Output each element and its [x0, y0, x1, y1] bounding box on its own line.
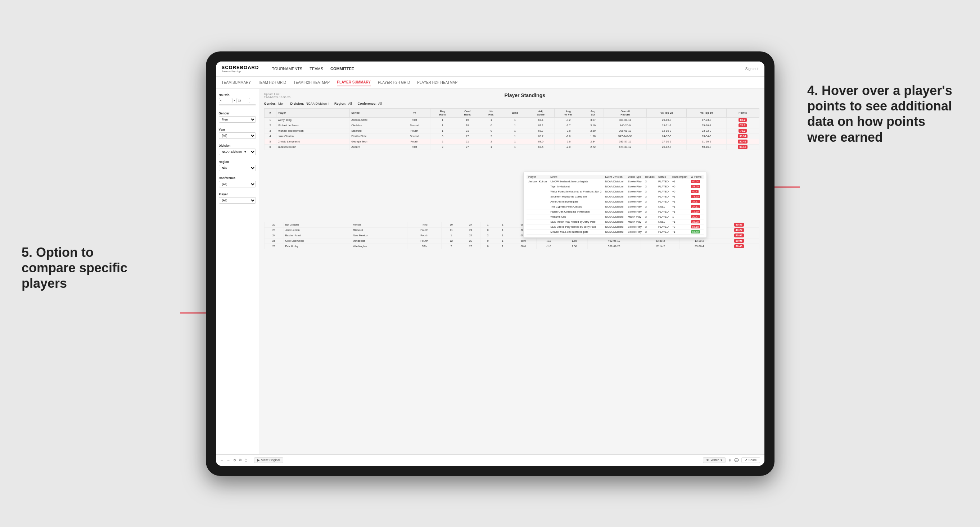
toolbar-clock[interactable]: ⏱	[244, 458, 248, 462]
logo-sub: Powered by clippi	[222, 70, 259, 73]
nav-bar: SCOREBOARD Powered by clippi TOURNAMENTS…	[216, 62, 764, 77]
no-rds-min-input[interactable]	[219, 98, 232, 103]
no-rds-label: No Rds.	[219, 93, 256, 97]
points-badge[interactable]: 38.94	[738, 134, 748, 138]
points-badge[interactable]: 88.2	[738, 118, 747, 122]
toolbar-comment[interactable]: 💬	[734, 458, 738, 462]
player-label: Player	[219, 192, 256, 196]
gender-label: Gender	[219, 111, 256, 115]
watch-button[interactable]: 👁 Watch ▾	[703, 457, 726, 463]
tooltip-table: Player Event Event Division Event Type R…	[527, 175, 703, 235]
region-select[interactable]: N/A	[219, 165, 256, 171]
filter-division: Division: NCAA Division I	[290, 102, 329, 105]
logo-area: SCOREBOARD Powered by clippi	[222, 65, 259, 73]
view-original-button[interactable]: ▶ View: Original	[254, 457, 283, 463]
tt-col-player: Player	[527, 175, 549, 179]
toolbar-forward[interactable]: →	[227, 458, 230, 462]
sign-out[interactable]: Sign out	[745, 67, 759, 71]
tooltip-row: Williams Cup NCAA Division I Match Play …	[527, 214, 703, 219]
tooltip-row: Mirabel Maui Jim Intercollegiate NCAA Di…	[527, 229, 703, 234]
subnav-player-h2h-grid[interactable]: PLAYER H2H GRID	[378, 79, 410, 86]
subnav-team-summary[interactable]: TEAM SUMMARY	[222, 79, 251, 86]
sidebar: No Rds. - Gender Men	[216, 89, 259, 454]
points-badge[interactable]: 40.27	[734, 228, 744, 232]
sidebar-player: Player (All)	[219, 192, 256, 203]
table-row: 4 Luke Clanton Florida State Second 5 27…	[264, 133, 759, 139]
tooltip-row: Tiger Invitational NCAA Division I Strok…	[527, 184, 703, 189]
tablet-screen: SCOREBOARD Powered by clippi TOURNAMENTS…	[216, 62, 764, 466]
col-avg-sg: AvgSG	[582, 108, 604, 117]
table-header-section: Update time: 27/01/2024 16:56:26 Player …	[264, 92, 759, 99]
sidebar-conference: Conference (All)	[219, 176, 256, 187]
tooltip-row: SEC Stroke Play hosted by Jerry Pate NCA…	[527, 224, 703, 229]
player-select[interactable]: (All)	[219, 197, 256, 203]
tooltip-row: Amer An Intercollegiate NCAA Division I …	[527, 199, 703, 204]
points-badge[interactable]: 38.49	[734, 244, 744, 248]
col-school: School	[350, 108, 399, 117]
nav-tournaments[interactable]: TOURNAMENTS	[272, 65, 302, 72]
table-row: 6 Jackson Koirun Auburn First 2 27 1 1 6…	[264, 144, 759, 150]
year-select[interactable]: (All)	[219, 132, 256, 139]
points-badge[interactable]: 70.2	[738, 129, 747, 133]
gender-select[interactable]: Men	[219, 116, 256, 123]
table-row: 25 Cole Sherwood Vanderbilt Fourth 12 23…	[264, 238, 759, 243]
conference-select[interactable]: (All)	[219, 181, 256, 187]
points-badge[interactable]: 76.3	[738, 124, 747, 127]
tt-col-status: Status	[657, 175, 670, 179]
tt-col-type: Event Type	[626, 175, 643, 179]
tablet-frame: SCOREBOARD Powered by clippi TOURNAMENTS…	[206, 51, 775, 476]
col-num: #	[264, 108, 276, 117]
tt-col-rounds: Rounds	[643, 175, 657, 179]
filter-conference: Conference: All	[358, 102, 382, 105]
tooltip-row: Jackson Koirun UNCW Seahawk Intercollegi…	[527, 179, 703, 184]
filter-row: Gender: Men Division: NCAA Division I Re…	[264, 102, 759, 105]
nav-committee[interactable]: COMMITTEE	[330, 65, 354, 72]
sidebar-gender: Gender Men	[219, 111, 256, 123]
col-avg-par: Avgto-Par	[554, 108, 582, 117]
toolbar-copy[interactable]: ⧉	[239, 458, 242, 462]
year-label: Year	[219, 128, 256, 131]
toolbar-download[interactable]: ⬇	[729, 458, 731, 462]
points-badge[interactable]: 40.58	[734, 223, 744, 227]
toolbar-bottom: ← → ↻ ⧉ ⏱ ▶ View: Original 👁 Watch ▾ ⬇ 💬	[216, 454, 764, 466]
update-time-area: Update time: 27/01/2024 16:56:26	[264, 92, 290, 99]
tooltip-row: The Cypress Point Classic NCAA Division …	[527, 204, 703, 209]
col-yr: Yr	[399, 108, 430, 117]
filter-gender: Gender: Men	[264, 102, 285, 105]
section-title: Player Standings	[504, 92, 545, 98]
division-select[interactable]: NCAA Division I ▾	[219, 149, 256, 155]
tooltip-popup: Player Event Event Division Event Type R…	[523, 171, 707, 238]
points-badge[interactable]: 39.95	[734, 239, 744, 243]
update-time-label: Update time: 27/01/2024 16:56:26	[264, 92, 290, 99]
col-wins: Wins	[503, 108, 527, 117]
points-badge[interactable]: 68.18	[738, 145, 748, 149]
toolbar-back[interactable]: ←	[220, 458, 224, 462]
points-badge-highlighted[interactable]: 80.49	[738, 140, 748, 143]
table-row-highlighted: 5 Christo Lamprecht Georgia Tech Fourth …	[264, 139, 759, 144]
sidebar-region: Region N/A	[219, 160, 256, 171]
table-row: 3 Michael Thorbjornsen Stanford Fourth 1…	[264, 128, 759, 133]
col-no-rds: NoRds.	[480, 108, 503, 117]
toolbar-refresh[interactable]: ↻	[233, 458, 236, 462]
logo-title: SCOREBOARD	[222, 65, 259, 70]
table-row: 26 Petr Hruby Washington Fifth 7 23 0 1 …	[264, 243, 759, 249]
col-adj-score: Adj.Score	[527, 108, 554, 117]
annotation-right: 4. Hover over a player's points to see a…	[807, 83, 958, 145]
points-badge[interactable]: 40.02	[734, 233, 744, 237]
nav-teams[interactable]: TEAMS	[310, 65, 323, 72]
subnav-team-h2h-heatmap[interactable]: TEAM H2H HEATMAP	[293, 79, 330, 86]
subnav-player-summary[interactable]: PLAYER SUMMARY	[337, 79, 371, 86]
subnav-player-h2h-heatmap[interactable]: PLAYER H2H HEATMAP	[417, 79, 457, 86]
annotation-left: 5. Option to compare specific players	[22, 244, 151, 291]
no-rds-max-input[interactable]	[237, 98, 250, 103]
col-points: Points	[727, 108, 759, 117]
conference-label: Conference	[219, 176, 256, 180]
region-label: Region	[219, 160, 256, 163]
no-rds-slider[interactable]	[219, 104, 256, 105]
sidebar-division: Division NCAA Division I ▾	[219, 144, 256, 155]
table-row: 1 Wenyi Ding Arizona State First 1 15 1 …	[264, 117, 759, 123]
tt-col-rank: Rank Impact	[670, 175, 689, 179]
share-button[interactable]: ↗ Share	[741, 457, 760, 463]
subnav-team-h2h-grid[interactable]: TEAM H2H GRID	[258, 79, 286, 86]
tooltip-row: Wake Forest Invitational at Pinehurst No…	[527, 189, 703, 194]
